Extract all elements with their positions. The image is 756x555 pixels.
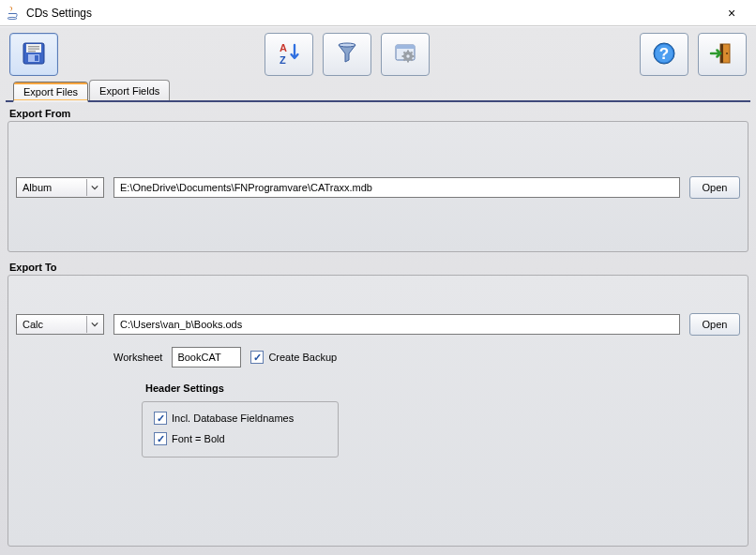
svg-line-21 <box>403 59 405 61</box>
exit-button[interactable] <box>698 33 747 76</box>
svg-point-28 <box>726 52 728 54</box>
svg-rect-7 <box>35 55 38 61</box>
save-button[interactable] <box>9 33 58 76</box>
svg-rect-5 <box>28 51 36 52</box>
export-to-type-combo[interactable]: Calc <box>16 314 104 335</box>
checkbox-icon <box>250 351 264 364</box>
close-button[interactable]: × <box>713 2 750 24</box>
export-to-open-button[interactable]: Open <box>689 313 740 336</box>
filter-button[interactable] <box>323 33 371 76</box>
window-settings-button[interactable] <box>381 33 430 76</box>
svg-point-0 <box>8 17 17 19</box>
svg-rect-3 <box>28 46 39 47</box>
help-icon: ? <box>651 40 677 68</box>
export-to-path-input[interactable] <box>113 314 680 335</box>
svg-rect-4 <box>28 49 39 50</box>
sort-button[interactable]: A Z <box>265 33 313 76</box>
incl-fieldnames-checkbox[interactable]: Incl. Database Fieldnames <box>154 412 326 425</box>
svg-point-10 <box>339 43 355 47</box>
combo-value: Album <box>23 182 52 193</box>
funnel-icon <box>334 40 360 68</box>
worksheet-input[interactable] <box>172 347 241 368</box>
header-settings-group: Header Settings Incl. Database Fieldname… <box>142 401 339 458</box>
window-gear-icon <box>392 40 418 68</box>
combo-value: Calc <box>23 319 43 330</box>
tab-content: Export From Album Open Export To <box>6 102 750 555</box>
header-settings-legend: Header Settings <box>145 382 224 394</box>
export-from-group: Album Open <box>8 121 748 252</box>
svg-line-19 <box>403 52 405 53</box>
svg-rect-12 <box>396 45 415 49</box>
export-from-legend: Export From <box>9 108 748 119</box>
svg-line-22 <box>411 52 413 53</box>
window-title: CDs Settings <box>26 7 92 20</box>
save-icon <box>21 40 47 68</box>
checkbox-label: Font = Bold <box>172 433 225 444</box>
outer-frame: A Z <box>0 26 756 555</box>
sort-az-icon: A Z <box>276 40 302 68</box>
tab-label: Export Files <box>23 86 78 98</box>
tab-label: Export Fields <box>99 85 159 97</box>
tab-export-fields[interactable]: Export Fields <box>89 80 170 100</box>
svg-point-14 <box>406 54 409 57</box>
checkbox-icon <box>154 412 167 425</box>
chevron-down-icon <box>86 179 101 196</box>
checkbox-label: Create Backup <box>268 352 337 363</box>
close-icon: × <box>728 6 735 21</box>
chevron-down-icon <box>86 316 101 333</box>
java-icon <box>6 6 21 21</box>
svg-text:?: ? <box>659 45 669 63</box>
svg-text:A: A <box>280 42 287 53</box>
font-bold-checkbox[interactable]: Font = Bold <box>154 432 326 445</box>
exit-door-icon <box>709 40 735 68</box>
export-to-group: Calc Open Worksheet Create Backup <box>8 275 748 547</box>
svg-line-20 <box>411 59 413 61</box>
svg-text:Z: Z <box>280 54 286 66</box>
titlebar: CDs Settings × <box>0 0 756 26</box>
help-button[interactable]: ? <box>640 33 688 76</box>
toolbar: A Z <box>6 31 750 78</box>
tab-export-files[interactable]: Export Files <box>13 82 88 102</box>
checkbox-icon <box>154 432 167 445</box>
export-from-path-input[interactable] <box>113 177 680 198</box>
export-from-type-combo[interactable]: Album <box>16 177 104 198</box>
checkbox-label: Incl. Database Fieldnames <box>172 412 294 424</box>
export-to-legend: Export To <box>9 262 748 273</box>
create-backup-checkbox[interactable]: Create Backup <box>250 351 337 364</box>
worksheet-label: Worksheet <box>113 352 162 363</box>
tabs: Export Files Export Fields <box>6 80 750 102</box>
export-from-open-button[interactable]: Open <box>689 176 740 199</box>
